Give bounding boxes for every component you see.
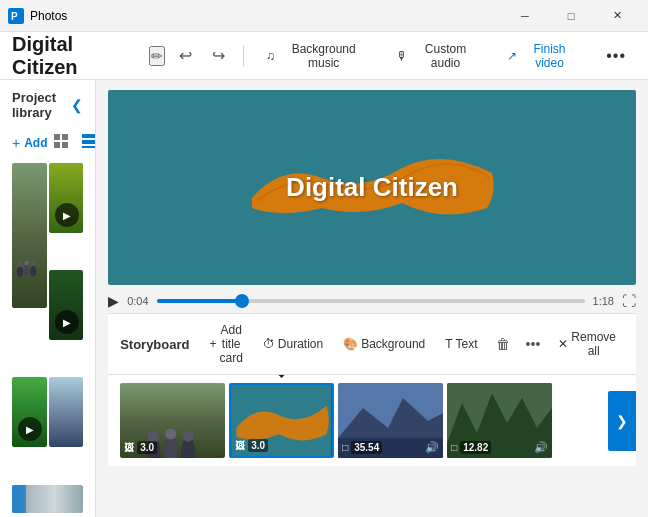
film-item-label-1: 🖼 3.0	[124, 441, 157, 454]
play-overlay-2[interactable]: ▶	[55, 203, 79, 227]
text-button[interactable]: T Text	[437, 334, 485, 354]
redo-button[interactable]: ↪	[206, 42, 231, 69]
play-overlay-3[interactable]: ▶	[55, 310, 79, 334]
film-duration-1: 3.0	[137, 441, 157, 454]
finish-icon: ↗	[507, 49, 517, 63]
film-icon-4: □	[451, 442, 457, 453]
media-item-1[interactable]	[12, 163, 47, 308]
media-item-4[interactable]: ▶	[12, 377, 47, 447]
svg-rect-7	[82, 140, 96, 144]
title-bar: P Photos ─ □ ✕	[0, 0, 648, 32]
audio-icon: 🎙	[396, 49, 408, 63]
add-media-button[interactable]: + Add	[12, 135, 48, 151]
svg-point-19	[165, 428, 176, 439]
collapse-panel-button[interactable]: ❮	[71, 97, 83, 113]
scrubber-bar: ▶ 0:04 1:18 ⛶	[108, 285, 636, 313]
grid-view-button[interactable]	[48, 130, 74, 155]
preview-title: Digital Citizen	[286, 172, 458, 203]
play-button[interactable]: ▶	[108, 293, 119, 309]
scrubber-thumb[interactable]	[235, 294, 249, 308]
view-toggle	[48, 130, 97, 155]
remove-all-button[interactable]: ✕ Remove all	[550, 327, 624, 361]
media-grid: ▶ ▶ ▶	[0, 163, 95, 481]
add-title-label: Add title card	[219, 323, 242, 365]
audio-indicator-4: 🔊	[534, 441, 548, 454]
film-duration-2: 3.0	[248, 439, 268, 452]
app-bar: Digital Citizen ✏ ↩ ↪ ♫ Background music…	[0, 32, 648, 80]
film-item-label-2: 🖼 3.0	[235, 439, 268, 452]
add-icon: +	[12, 135, 20, 151]
more-storyboard-button[interactable]: •••	[520, 333, 547, 355]
svg-rect-2	[54, 134, 60, 140]
text-label: Text	[456, 337, 478, 351]
edit-title-button[interactable]: ✏	[149, 46, 165, 66]
custom-audio-label: Custom audio	[412, 42, 478, 70]
film-icon-1: 🖼	[124, 442, 134, 453]
trash-button[interactable]: 🗑	[490, 333, 516, 355]
remove-icon: ✕	[558, 337, 568, 351]
media-strip	[12, 485, 83, 513]
add-title-icon: +	[209, 337, 216, 351]
filmstrip-item-2[interactable]: 🖼 3.0	[229, 383, 334, 458]
right-panel: Digital Citizen ▶ 0:04 1:18 ⛶ Storyboard…	[96, 80, 648, 517]
svg-point-9	[17, 266, 23, 277]
svg-point-14	[31, 261, 36, 266]
strip-marker	[12, 485, 26, 513]
background-button[interactable]: 🎨 Background	[335, 334, 433, 354]
app-icon: P	[8, 8, 24, 24]
svg-point-20	[183, 430, 194, 441]
main-layout: Project library ❮ + Add	[0, 80, 648, 517]
filmstrip-item-1[interactable]: 🖼 3.0	[120, 383, 225, 458]
expand-preview-button[interactable]: ⛶	[622, 293, 636, 309]
panel-title: Project library	[12, 90, 71, 120]
film-item-label-4: □ 12.82	[451, 441, 491, 454]
custom-audio-button[interactable]: 🎙 Custom audio	[386, 38, 488, 74]
svg-point-11	[30, 266, 36, 277]
add-label: Add	[24, 136, 47, 150]
filmstrip-item-3[interactable]: □ 35.54 🔊	[338, 383, 443, 458]
film-icon-2: 🖼	[235, 440, 245, 451]
window-title: Photos	[30, 9, 67, 23]
remove-label: Remove all	[571, 330, 616, 358]
storyboard-toolbar: Storyboard + Add title card ⏱ Duration 🎨…	[108, 314, 636, 375]
scrubber-fill	[157, 299, 243, 303]
audio-indicator-3: 🔊	[425, 441, 439, 454]
svg-rect-5	[62, 142, 68, 148]
separator-1	[243, 46, 244, 66]
minimize-button[interactable]: ─	[502, 0, 548, 32]
media-item-2[interactable]: ▶	[49, 163, 84, 233]
svg-rect-8	[82, 146, 96, 148]
filmstrip-item-2-wrapper: Title card 🖼 3.0	[229, 383, 334, 458]
filmstrip-item-4[interactable]: □ 12.82 🔊	[447, 383, 552, 458]
play-overlay-4[interactable]: ▶	[18, 417, 42, 441]
music-icon: ♫	[266, 49, 275, 63]
panel-header: Project library ❮	[0, 80, 95, 126]
finish-video-label: Finish video	[521, 42, 578, 70]
duration-button[interactable]: ⏱ Duration	[255, 334, 331, 354]
svg-rect-6	[82, 134, 96, 138]
media-item-5[interactable]	[49, 377, 84, 447]
background-icon: 🎨	[343, 337, 358, 351]
film-duration-3: 35.54	[351, 441, 382, 454]
finish-video-button[interactable]: ↗ Finish video	[497, 38, 588, 74]
maximize-button[interactable]: □	[548, 0, 594, 32]
list-icon	[81, 133, 97, 149]
close-button[interactable]: ✕	[594, 0, 640, 32]
background-label: Background	[361, 337, 425, 351]
bg-music-label: Background music	[279, 42, 368, 70]
undo-button[interactable]: ↩	[173, 42, 198, 69]
media-thumbnail-1	[12, 221, 47, 308]
svg-rect-3	[62, 134, 68, 140]
grid-icon	[53, 133, 69, 149]
current-time: 0:04	[127, 295, 148, 307]
video-preview: Digital Citizen	[108, 90, 636, 285]
duration-icon: ⏱	[263, 337, 275, 351]
scrubber-track[interactable]	[157, 299, 585, 303]
list-view-button[interactable]	[76, 130, 97, 155]
add-title-card-button[interactable]: + Add title card	[201, 320, 250, 368]
filmstrip-scroll-right[interactable]: ❯	[608, 391, 636, 451]
bg-music-button[interactable]: ♫ Background music	[256, 38, 378, 74]
film-item-label-3: □ 35.54	[342, 441, 382, 454]
more-options-button[interactable]: •••	[596, 43, 636, 69]
media-item-3[interactable]: ▶	[49, 270, 84, 340]
